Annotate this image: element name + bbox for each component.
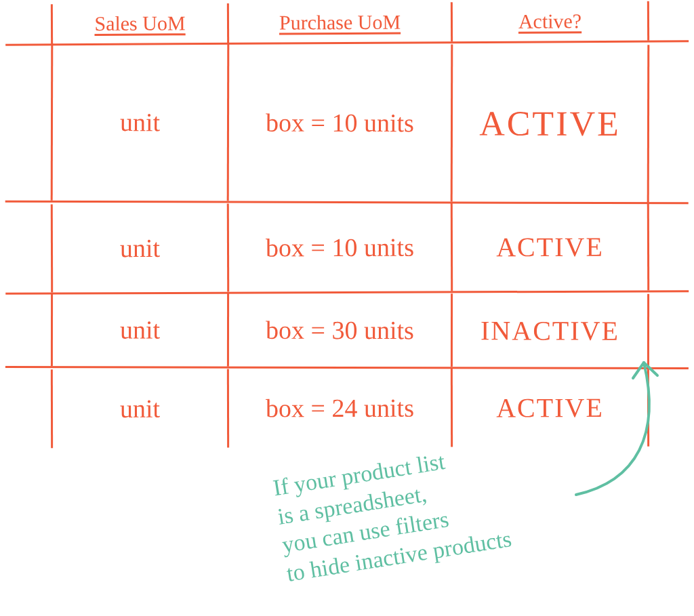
cell-status: INACTIVE [453,293,649,367]
cell-purchase-value: box = 30 units [266,315,414,345]
gutter-right [649,294,689,367]
gutter-left [5,4,53,43]
sketch-diagram: Sales UoM Purchase UoM Active? unit box … [0,0,694,616]
cell-sales-value: unit [120,107,160,137]
cell-purchase-value: box = 10 units [266,232,414,263]
status-badge: ACTIVE [496,392,604,424]
cell-sales-value: unit [120,394,160,424]
gutter-left [5,205,53,293]
cell-status: ACTIVE [453,202,649,291]
cell-purchase: box = 10 units [229,203,453,291]
cell-status: ACTIVE [453,44,650,202]
cell-sales: unit [53,369,229,448]
uom-table: Sales UoM Purchase UoM Active? unit box … [5,3,689,447]
col-header-active-label: Active? [518,9,581,33]
gutter-right [649,202,689,290]
gutter-left [5,293,53,366]
col-header-purchase: Purchase UoM [229,2,453,43]
gutter-right [649,45,689,202]
status-badge: ACTIVE [496,230,604,263]
gutter-left [5,369,53,448]
table-row: unit box = 10 units ACTIVE [5,43,689,205]
cell-sales-value: unit [120,233,160,263]
cell-purchase: box = 24 units [229,369,453,448]
table-header-row: Sales UoM Purchase UoM Active? [5,1,689,45]
cell-purchase-value: box = 24 units [266,393,414,424]
cell-sales: unit [53,293,229,366]
table-row: unit box = 30 units INACTIVE [5,293,689,369]
cell-sales: unit [53,43,230,201]
col-header-purchase-label: Purchase UoM [279,11,401,35]
cell-sales: unit [53,204,229,293]
gutter-left [5,43,54,201]
cell-purchase: box = 10 units [229,44,453,202]
col-header-sales: Sales UoM [53,3,229,43]
status-badge: ACTIVE [479,103,621,144]
status-badge: INACTIVE [481,314,619,346]
cell-purchase-value: box = 10 units [266,108,414,138]
cell-sales-value: unit [120,314,160,344]
col-header-sales-label: Sales UoM [94,12,185,35]
table-row: unit box = 10 units ACTIVE [5,202,689,295]
col-header-active: Active? [453,1,649,42]
gutter-right [649,1,689,40]
cell-purchase: box = 30 units [229,293,453,367]
